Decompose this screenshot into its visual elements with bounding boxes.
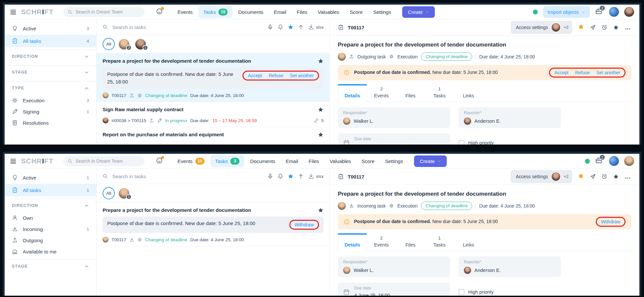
filter-avatar-2[interactable]: 1 xyxy=(135,39,146,50)
nav-documents[interactable]: Documents xyxy=(234,7,268,17)
accept-link[interactable]: Accept xyxy=(248,73,262,78)
user-avatar[interactable] xyxy=(624,7,634,17)
high-priority-toggle[interactable]: High priority xyxy=(459,140,561,145)
more-menu-icon[interactable]: … xyxy=(625,26,631,29)
filter-all[interactable]: All xyxy=(103,38,115,50)
notifications-bell-icon[interactable] xyxy=(578,24,584,31)
nav-settings[interactable]: Settings xyxy=(369,7,396,17)
sidebar-section-type[interactable]: TYPE xyxy=(5,82,96,95)
nav-files[interactable]: Files xyxy=(292,7,312,17)
filter-avatar-1[interactable]: 1 xyxy=(119,188,129,199)
star-icon[interactable] xyxy=(318,132,324,138)
download-icon[interactable] xyxy=(308,24,314,30)
responsible-field[interactable]: Responsible* Walker L. xyxy=(338,256,450,277)
tab-tasks[interactable]: 1Tasks xyxy=(425,84,454,102)
withdraw-link[interactable]: Withdraw xyxy=(295,222,314,227)
task-search-input[interactable]: Search in tasks xyxy=(112,24,263,30)
import-objects-button[interactable]: Import objects xyxy=(543,6,590,18)
star-icon[interactable] xyxy=(318,207,324,213)
assistant-notifications-icon[interactable] xyxy=(156,8,163,16)
more-menu-icon[interactable]: … xyxy=(625,175,631,178)
sidebar-section-stage[interactable]: STAGE xyxy=(5,66,96,79)
send-icon[interactable] xyxy=(590,174,596,180)
tab-links[interactable]: Links xyxy=(454,84,483,102)
hamburger-menu-icon[interactable] xyxy=(10,158,16,164)
alarm-icon[interactable] xyxy=(601,24,607,30)
sort-arrow-icon[interactable] xyxy=(298,173,304,179)
sidebar-item-execution[interactable]: Execution3 xyxy=(5,95,96,106)
checkbox[interactable] xyxy=(459,289,465,295)
nav-score[interactable]: Score xyxy=(357,156,379,167)
tab-details[interactable]: Details xyxy=(338,84,367,102)
bell-icon[interactable] xyxy=(277,173,283,179)
responsible-field[interactable]: Responsible* Walker L. xyxy=(338,107,450,128)
task-search-input[interactable]: Search in tasks xyxy=(112,174,263,179)
sidebar-item-outgoing[interactable]: Outgoing xyxy=(5,235,96,246)
star-icon[interactable] xyxy=(318,107,324,113)
star-icon[interactable] xyxy=(318,58,324,64)
assistant-notifications-icon[interactable] xyxy=(156,157,163,165)
sidebar-section-direction[interactable]: DIRECTION xyxy=(5,199,96,212)
mic-icon[interactable] xyxy=(267,173,273,179)
global-search-input[interactable]: Search in Dream Team xyxy=(63,7,145,17)
reporter-field[interactable]: Reporter* Anderson E. xyxy=(459,256,561,277)
nav-email[interactable]: Email xyxy=(281,156,303,167)
nav-tasks[interactable]: Tasks3 xyxy=(210,155,244,167)
send-icon[interactable] xyxy=(590,24,596,30)
tab-events[interactable]: 2Events xyxy=(367,233,396,251)
sidebar-item-incoming[interactable]: Incoming1 xyxy=(5,223,96,235)
notifications-bell-icon[interactable] xyxy=(578,173,584,180)
tab-links[interactable]: Links xyxy=(454,233,483,251)
nav-events[interactable]: Events10 xyxy=(173,155,209,167)
briefcase-icon[interactable]: 1 xyxy=(595,157,602,165)
favorites-star-icon[interactable] xyxy=(288,24,294,30)
sidebar-item-active[interactable]: Active3 xyxy=(5,22,96,35)
sidebar-item-all-tasks[interactable]: All tasks4 xyxy=(5,35,96,47)
download-icon[interactable] xyxy=(308,173,314,179)
mic-icon[interactable] xyxy=(267,24,273,30)
high-priority-toggle[interactable]: High priority xyxy=(459,289,561,295)
reporter-field[interactable]: Reporter* Anderson E. xyxy=(459,107,561,128)
favorites-star-icon[interactable] xyxy=(288,173,294,179)
briefcase-icon[interactable]: 2 xyxy=(595,8,602,16)
withdraw-link[interactable]: Withdraw xyxy=(601,219,620,224)
sidebar-section-direction[interactable]: DIRECTION xyxy=(5,50,96,63)
tab-files[interactable]: Files xyxy=(396,233,425,251)
access-settings-button[interactable]: Access settings +2 xyxy=(511,21,572,34)
nav-valuables[interactable]: Valuables xyxy=(325,156,356,167)
status-badge[interactable]: Changing of deadline xyxy=(421,202,472,210)
hamburger-menu-icon[interactable] xyxy=(10,9,16,15)
set-another-link[interactable]: Set another xyxy=(290,73,314,78)
links-count[interactable]: 5 xyxy=(314,118,324,123)
app-logo[interactable]: SCHRIFT xyxy=(21,157,53,165)
nav-events[interactable]: Events xyxy=(173,7,197,17)
nav-settings[interactable]: Settings xyxy=(380,156,407,167)
star-icon[interactable] xyxy=(613,174,619,180)
sort-arrow-icon[interactable] xyxy=(298,24,304,30)
create-button[interactable]: Create xyxy=(414,155,447,167)
create-button[interactable]: Create xyxy=(402,6,435,18)
xlsx-export-label[interactable]: xlsx xyxy=(316,174,324,179)
nav-valuables[interactable]: Valuables xyxy=(313,7,344,17)
filter-avatar-1[interactable]: 3 xyxy=(119,39,129,50)
tab-tasks[interactable]: 1Tasks xyxy=(425,233,454,251)
sidebar-section-stage[interactable]: STAGE xyxy=(5,260,96,273)
access-settings-button[interactable]: Access settings +2 xyxy=(511,170,572,183)
accept-link[interactable]: Accept xyxy=(554,70,568,75)
sidebar-item-all-tasks[interactable]: All tasks1 xyxy=(5,184,96,196)
sidebar-item-own[interactable]: Own xyxy=(5,212,96,223)
app-logo[interactable]: SCHRIFT xyxy=(21,8,53,16)
global-search-input[interactable]: Search in Dream Team xyxy=(63,156,145,166)
task-card-1[interactable]: Prepare a project for the development of… xyxy=(97,203,330,246)
refuse-link[interactable]: Refuse xyxy=(269,73,283,78)
filter-all[interactable]: All xyxy=(103,187,115,199)
refuse-link[interactable]: Refuse xyxy=(575,70,590,75)
nav-files[interactable]: Files xyxy=(304,156,324,167)
nav-documents[interactable]: Documents xyxy=(245,156,280,167)
status-badge[interactable]: Changing of deadline xyxy=(421,52,472,61)
sidebar-item-resolutions[interactable]: Resolutions xyxy=(5,117,96,128)
nav-tasks[interactable]: Tasks15 xyxy=(199,6,232,18)
task-card-1[interactable]: Prepare a project for the development of… xyxy=(97,53,330,102)
task-card-3[interactable]: Report on the purchase of materials and … xyxy=(97,127,330,143)
due-date-field[interactable]: Due date4 June 25, 18:00 xyxy=(338,133,450,145)
